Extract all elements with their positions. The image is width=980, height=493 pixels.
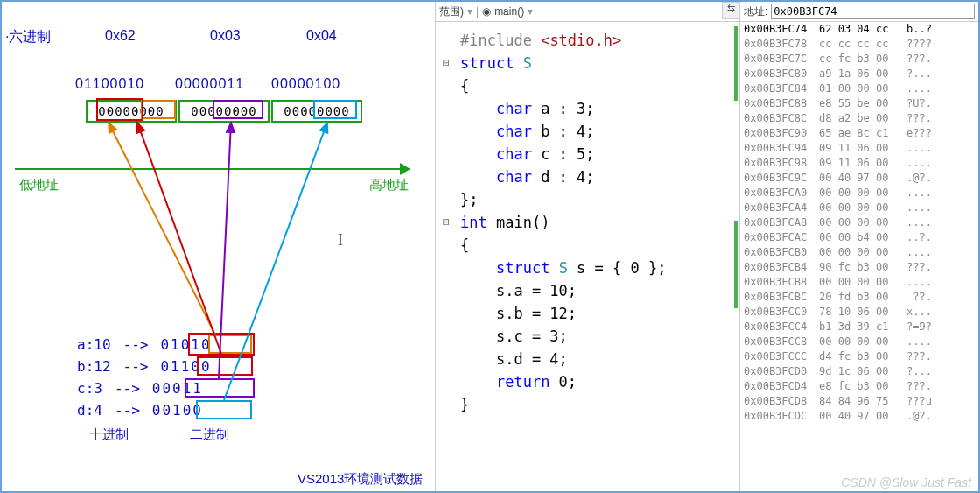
memory-row[interactable]: 0x00B3FCDC00 40 97 00.@?. xyxy=(740,409,978,424)
mem-bytes: e8 55 be 00 xyxy=(819,96,900,111)
memory-row[interactable]: 0x00B3FCD4e8 fc b3 00???. xyxy=(740,379,978,394)
axis-high-label: 高地址 xyxy=(369,177,409,194)
code-line[interactable]: }; xyxy=(460,188,734,211)
root: ·六进制 0x62 0x03 0x04 01100010 00000011 00… xyxy=(0,0,980,493)
fold-gutter-icon[interactable]: ⊟ xyxy=(439,52,453,74)
memory-row[interactable]: 0x00B3FCB800 00 00 00.... xyxy=(740,275,978,290)
arrow-icon: --> xyxy=(123,358,149,375)
mem-ascii: .... xyxy=(906,275,975,290)
mem-addr: 0x00B3FCA0 xyxy=(744,186,812,201)
code-line[interactable]: char d : 4; xyxy=(460,166,734,188)
memory-row[interactable]: 0x00B3FCD09d 1c 06 00?... xyxy=(740,364,978,379)
memory-row[interactable]: 0x00B3FCC4b1 3d 39 c1?=9? xyxy=(740,320,978,335)
memory-row[interactable]: 0x00B3FC80a9 1a 06 00?... xyxy=(740,67,978,81)
var-bin: 00011 xyxy=(152,380,203,397)
function-indicator-icon: ◉ xyxy=(482,5,491,18)
code-line[interactable]: { xyxy=(460,234,734,257)
mem-addr: 0x00B3FC78 xyxy=(744,37,812,52)
memory-pane: 地址: 0x00B3FC7462 03 04 ccb..?0x00B3FC78c… xyxy=(740,2,978,491)
svg-line-1 xyxy=(137,123,222,356)
code-line[interactable]: s.b = 12; xyxy=(460,302,734,325)
memory-row[interactable]: 0x00B3FC9409 11 06 00.... xyxy=(740,141,978,156)
mem-ascii: ???u xyxy=(906,394,975,409)
address-input[interactable] xyxy=(771,4,975,19)
fold-gutter-icon[interactable]: ⊟ xyxy=(439,211,453,234)
memory-row[interactable]: 0x00B3FC88e8 55 be 00?U?. xyxy=(740,96,978,111)
mem-addr: 0x00B3FCCC xyxy=(744,349,812,364)
scope-dropdown[interactable]: 范围) xyxy=(439,4,464,19)
memory-row[interactable]: 0x00B3FCCCd4 fc b3 00???. xyxy=(740,349,978,364)
code-line[interactable]: char b : 4; xyxy=(460,120,734,143)
code-editor[interactable]: #include <stdio.h>⊟struct S{ char a : 3;… xyxy=(436,22,739,423)
mem-bytes: 01 00 00 00 xyxy=(819,81,900,96)
code-line[interactable]: { xyxy=(460,74,734,97)
code-line[interactable]: s.d = 4; xyxy=(460,348,734,370)
mem-ascii: b..? xyxy=(906,22,975,37)
memory-row[interactable]: 0x00B3FC9809 11 06 00.... xyxy=(740,156,978,171)
mem-ascii: ???. xyxy=(906,52,975,67)
memory-row[interactable]: 0x00B3FCB490 fc b3 00???. xyxy=(740,260,978,275)
memory-row[interactable]: 0x00B3FCD884 84 96 75???u xyxy=(740,394,978,409)
mem-addr: 0x00B3FC90 xyxy=(744,126,812,141)
mem-ascii: ???? xyxy=(906,37,975,52)
mem-addr: 0x00B3FC94 xyxy=(744,141,812,156)
memory-row[interactable]: 0x00B3FCA000 00 00 00.... xyxy=(740,186,978,201)
split-toggle-icon[interactable]: ⇆ xyxy=(722,2,739,19)
memory-row[interactable]: 0x00B3FCA400 00 00 00.... xyxy=(740,201,978,215)
memory-row[interactable]: 0x00B3FCBC20 fd b3 00 ??. xyxy=(740,290,978,305)
mem-ascii: ?... xyxy=(906,67,975,81)
mem-bytes: 65 ae 8c c1 xyxy=(819,126,900,141)
code-line[interactable]: struct S s = { 0 }; xyxy=(460,257,734,279)
chevron-down-icon: ▾ xyxy=(528,5,533,18)
memory-row[interactable]: 0x00B3FC8Cd8 a2 be 00???. xyxy=(740,111,978,126)
code-line[interactable]: int main() xyxy=(460,211,734,234)
var-name: c:3 xyxy=(77,380,102,397)
hex-value-2: 0x04 xyxy=(306,28,337,44)
hex-value-1: 0x03 xyxy=(210,28,241,44)
mem-bytes: 78 10 06 00 xyxy=(819,305,900,320)
code-line[interactable]: #include <stdio.h> xyxy=(460,29,734,52)
mem-bytes: cc fc b3 00 xyxy=(819,52,900,67)
mem-bytes: 00 40 97 00 xyxy=(819,409,900,424)
arrow-icon: --> xyxy=(115,402,140,419)
memory-row[interactable]: 0x00B3FC7Ccc fc b3 00???. xyxy=(740,52,978,67)
mem-ascii: x... xyxy=(906,305,975,320)
svg-line-2 xyxy=(219,123,231,378)
code-breadcrumb[interactable]: 范围) ▾ | ◉ main() ▾ xyxy=(436,2,739,22)
memory-row[interactable]: 0x00B3FCC800 00 00 00.... xyxy=(740,335,978,349)
code-line[interactable]: s.a = 10; xyxy=(460,279,734,302)
mem-addr: 0x00B3FC9C xyxy=(744,171,812,186)
mem-ascii: .... xyxy=(906,245,975,260)
mem-addr: 0x00B3FCA4 xyxy=(744,201,812,215)
mem-addr: 0x00B3FC7C xyxy=(744,52,812,67)
code-line[interactable]: s.c = 3; xyxy=(460,325,734,348)
mem-ascii: .... xyxy=(906,335,975,349)
var-row-c: c:3 --> 00011 xyxy=(77,380,203,397)
memory-rows[interactable]: 0x00B3FC7462 03 04 ccb..?0x00B3FC78cc cc… xyxy=(740,22,978,491)
code-line[interactable]: struct S xyxy=(460,52,734,74)
memory-row[interactable]: 0x00B3FCB000 00 00 00.... xyxy=(740,245,978,260)
var-row-d: d:4 --> 00100 xyxy=(77,402,203,419)
mem-ascii: ???. xyxy=(906,379,975,394)
mem-bytes: 00 00 00 00 xyxy=(819,201,900,215)
code-line[interactable]: char a : 3; xyxy=(460,97,734,120)
function-dropdown[interactable]: main() xyxy=(494,5,524,18)
mem-bytes: 9d 1c 06 00 xyxy=(819,364,900,379)
code-line[interactable]: char c : 5; xyxy=(460,143,734,166)
byte-box-0: 00000000 xyxy=(86,100,177,123)
memory-row[interactable]: 0x00B3FC78cc cc cc cc???? xyxy=(740,37,978,52)
memory-row[interactable]: 0x00B3FCAC00 00 b4 00..?. xyxy=(740,230,978,245)
memory-row[interactable]: 0x00B3FC8401 00 00 00.... xyxy=(740,81,978,96)
memory-row[interactable]: 0x00B3FCA800 00 00 00.... xyxy=(740,215,978,230)
memory-row[interactable]: 0x00B3FC7462 03 04 ccb..? xyxy=(740,22,978,37)
text-cursor-icon: I xyxy=(338,231,343,250)
memory-row[interactable]: 0x00B3FC9065 ae 8c c1e??? xyxy=(740,126,978,141)
mem-addr: 0x00B3FCD8 xyxy=(744,394,812,409)
memory-row[interactable]: 0x00B3FCC078 10 06 00x... xyxy=(740,305,978,320)
mem-ascii: ?=9? xyxy=(906,320,975,335)
memory-row[interactable]: 0x00B3FC9C00 40 97 00.@?. xyxy=(740,171,978,186)
code-line[interactable]: return 0; xyxy=(460,370,734,393)
mem-bytes: 09 11 06 00 xyxy=(819,141,900,156)
mem-bytes: 00 00 00 00 xyxy=(819,245,900,260)
code-line[interactable]: } xyxy=(460,393,734,416)
